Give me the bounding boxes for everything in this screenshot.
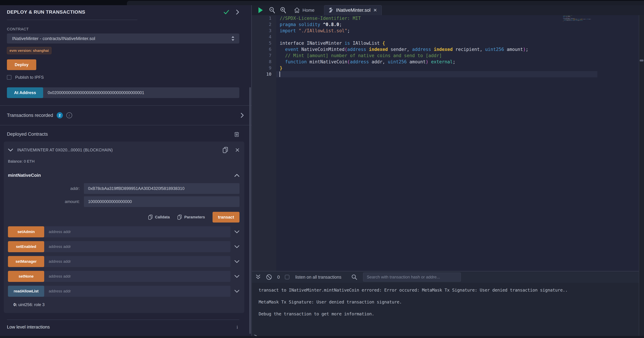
close-tab-icon[interactable]: ✕ xyxy=(373,8,377,13)
code-editor[interactable]: 12345678910 //SPDX-License-Identifier: M… xyxy=(252,15,644,271)
deployed-contract-title: INATIVEMINTER AT 0X020...00001 (BLOCKCHA… xyxy=(17,148,222,152)
setNone-button[interactable]: setNone xyxy=(8,271,44,282)
code-line xyxy=(280,71,528,77)
panel-scrollbar[interactable] xyxy=(249,87,251,334)
function-row: setNone xyxy=(8,271,240,282)
editor-scrollbar-track[interactable] xyxy=(639,15,644,336)
setAdmin-button[interactable]: setAdmin xyxy=(8,226,44,237)
publish-ipfs-checkbox[interactable] xyxy=(7,75,12,80)
parameters-copy-label: Parameters xyxy=(184,215,205,220)
code-line: import "./IAllowList.sol"; xyxy=(280,28,528,34)
setManager-input[interactable] xyxy=(44,256,230,267)
expand-setManager-icon[interactable] xyxy=(234,260,240,263)
readAllowList-input[interactable] xyxy=(44,286,230,297)
expand-terminal-icon[interactable] xyxy=(256,274,261,280)
call-output: 0: uint256: role 3 xyxy=(8,302,240,307)
evm-version-badge: evm version: shanghai xyxy=(7,47,52,54)
publish-ipfs-label: Publish to IPFS xyxy=(15,75,44,80)
info-icon[interactable]: i xyxy=(66,112,72,118)
deploy-run-panel: DEPLOY & RUN TRANSACTIONS CONTRACT INati… xyxy=(0,5,252,336)
code-line: //SPDX-License-Identifier: MIT xyxy=(280,15,528,22)
code-line: function mintNativeCoin(address addr, ui… xyxy=(280,59,528,65)
line-number: 2 xyxy=(252,22,276,28)
tab-home[interactable]: Home xyxy=(294,7,314,13)
terminal: 0 listen on all transactions transact to… xyxy=(252,271,639,336)
pending-tx-count: 0 xyxy=(277,274,280,280)
gutter: 12345678910 xyxy=(252,15,276,271)
code-line: // Mint [amount] number of native coins … xyxy=(280,52,528,59)
trash-icon[interactable] xyxy=(234,131,239,137)
at-address-button[interactable]: At Address xyxy=(7,87,43,98)
expand-transactions-icon[interactable] xyxy=(241,113,244,118)
function-name: mintNativeCoin xyxy=(8,173,41,178)
deployed-contract-card: INATIVEMINTER AT 0X020...00001 (BLOCKCHA… xyxy=(4,142,244,313)
function-row: setManager xyxy=(8,256,240,267)
code-line: event NativeCoinMinted(address indexed s… xyxy=(280,46,528,52)
minimap[interactable]: //SPDX-License-Identifier: MITpragma sol… xyxy=(563,15,598,271)
code-line: } xyxy=(280,65,528,71)
code-line: pragma solidity ^0.8.0; xyxy=(280,22,528,28)
zoom-in-icon[interactable] xyxy=(280,7,286,14)
collapse-panel-icon[interactable] xyxy=(236,9,239,15)
select-caret-icon xyxy=(231,36,235,42)
collapse-contract-icon[interactable] xyxy=(8,148,13,152)
at-address-value[interactable]: 0x02000000000000000000000000000000000000… xyxy=(43,87,144,98)
terminal-search-input[interactable] xyxy=(363,272,461,282)
contract-balance: Balance: 0 ETH xyxy=(8,159,240,164)
expand-setAdmin-icon[interactable] xyxy=(234,230,240,234)
line-number: 5 xyxy=(252,40,276,46)
setEnabled-input[interactable] xyxy=(44,241,230,252)
expand-readAllowList-icon[interactable] xyxy=(234,290,240,293)
line-number: 10 xyxy=(252,71,276,77)
setAdmin-input[interactable] xyxy=(44,226,230,237)
expand-setNone-icon[interactable] xyxy=(234,275,240,278)
zoom-out-icon[interactable] xyxy=(269,7,275,14)
run-script-icon[interactable] xyxy=(258,7,263,14)
tab-inativeminter[interactable]: INativeMinter.sol ✕ xyxy=(324,5,382,15)
window-top-tab xyxy=(127,1,644,5)
window-top-strip xyxy=(0,0,644,5)
code-lines: //SPDX-License-Identifier: MITpragma sol… xyxy=(280,15,528,77)
code-line: interface INativeMinter is IAllowList { xyxy=(280,40,528,46)
listen-transactions-checkbox[interactable] xyxy=(285,275,289,279)
setManager-button[interactable]: setManager xyxy=(8,256,44,267)
function-rows: setAdminsetEnabledsetManagersetNonereadA… xyxy=(8,226,240,297)
transactions-recorded-section[interactable]: Transactions recorded 2 i xyxy=(0,105,252,125)
line-number: 1 xyxy=(252,15,276,22)
collapse-function-icon[interactable] xyxy=(234,174,240,177)
copy-parameters-button[interactable]: Parameters xyxy=(177,214,205,220)
remove-contract-icon[interactable] xyxy=(235,148,240,152)
code-line xyxy=(280,34,528,40)
setNone-input[interactable] xyxy=(44,271,230,282)
line-number: 4 xyxy=(252,34,276,40)
addr-input[interactable] xyxy=(84,183,240,194)
copy-address-icon[interactable] xyxy=(222,147,228,153)
clear-console-icon[interactable] xyxy=(266,274,272,280)
call-output-index: 0: xyxy=(14,302,17,307)
transact-button[interactable]: transact xyxy=(212,212,240,222)
home-icon xyxy=(294,7,300,13)
amount-input[interactable] xyxy=(84,196,240,207)
function-row: readAllowList xyxy=(8,286,240,297)
title-underline xyxy=(7,20,138,20)
info-icon[interactable]: i xyxy=(236,324,239,330)
low-level-title: Low level interactions xyxy=(7,324,50,330)
function-row: setAdmin xyxy=(8,226,240,237)
readAllowList-button[interactable]: readAllowList xyxy=(8,286,44,297)
editor-region: Home INativeMinter.sol ✕ 12345678910 //S… xyxy=(252,5,644,271)
deploy-button[interactable]: Deploy xyxy=(7,60,36,70)
contract-select[interactable]: INativeMinter - contracts/INativeMinter.… xyxy=(7,34,239,44)
editor-scrollbar-thumb[interactable] xyxy=(640,60,644,62)
addr-label: addr: xyxy=(8,186,84,191)
setEnabled-button[interactable]: setEnabled xyxy=(8,241,44,252)
line-number: 3 xyxy=(252,28,276,34)
copy-calldata-button[interactable]: Calldata xyxy=(148,214,170,220)
terminal-log-line: MetaMask Tx Signature: User denied trans… xyxy=(252,300,639,304)
expand-setEnabled-icon[interactable] xyxy=(234,245,240,248)
terminal-log-line: Debug the transaction to get more inform… xyxy=(252,312,639,316)
line-number: 7 xyxy=(252,52,276,59)
terminal-output[interactable]: transact to INativeMinter.mintNativeCoin… xyxy=(252,288,639,338)
amount-label: amount: xyxy=(8,199,84,204)
deployed-contracts-title: Deployed Contracts xyxy=(7,132,48,137)
transactions-recorded-label: Transactions recorded xyxy=(7,113,53,118)
